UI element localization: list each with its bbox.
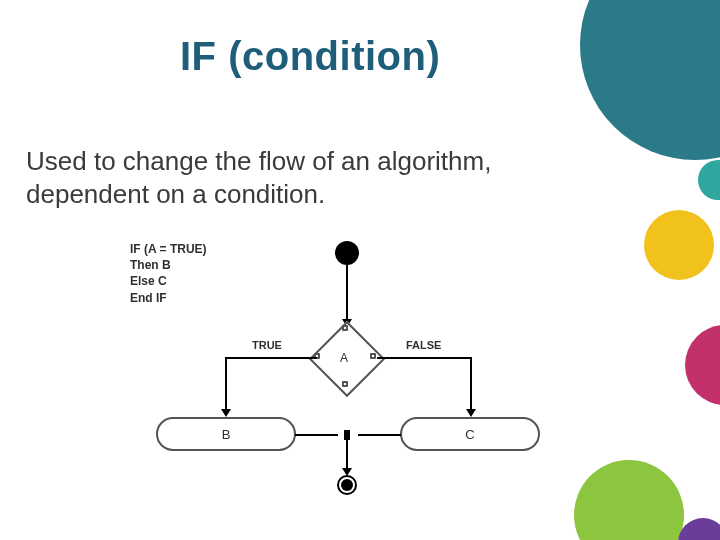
start-node — [335, 241, 359, 265]
page-title: IF (condition) — [180, 34, 440, 79]
decor-circle-magenta — [685, 325, 720, 405]
decision-label: A — [340, 351, 348, 365]
edge-a-false-h — [377, 357, 472, 359]
op-c-label: C — [465, 427, 474, 442]
end-node — [337, 475, 357, 495]
decision-port-top — [342, 325, 348, 331]
op-b: B — [156, 417, 296, 451]
edge-a-false-v — [470, 357, 472, 411]
edge-merge-top — [344, 430, 350, 440]
decor-circle-teal — [698, 160, 720, 200]
flowchart: IF (A = TRUE) Then B Else C End IF A TRU… — [130, 235, 550, 505]
decor-circle-yellow — [644, 210, 714, 280]
edge-a-true-h — [225, 357, 317, 359]
flow-canvas: A TRUE FALSE B C — [130, 235, 550, 505]
decor-circle-large — [580, 0, 720, 160]
decor-circle-green — [574, 460, 684, 540]
op-b-label: B — [222, 427, 231, 442]
edge-merge-end — [346, 440, 348, 470]
decor-circle-purple — [678, 518, 720, 540]
body-text: Used to change the flow of an algorithm,… — [26, 145, 566, 210]
edge-c-out — [358, 434, 401, 436]
edge-start-a — [346, 265, 348, 321]
arrow-true — [221, 409, 231, 417]
decision-port-bottom — [342, 381, 348, 387]
arrow-false — [466, 409, 476, 417]
false-label: FALSE — [406, 339, 441, 351]
edge-b-out — [295, 434, 338, 436]
true-label: TRUE — [252, 339, 282, 351]
decision-port-right — [370, 353, 376, 359]
end-node-inner — [341, 479, 353, 491]
edge-a-true-v — [225, 357, 227, 411]
op-c: C — [400, 417, 540, 451]
slide: IF (condition) Used to change the flow o… — [0, 0, 720, 540]
